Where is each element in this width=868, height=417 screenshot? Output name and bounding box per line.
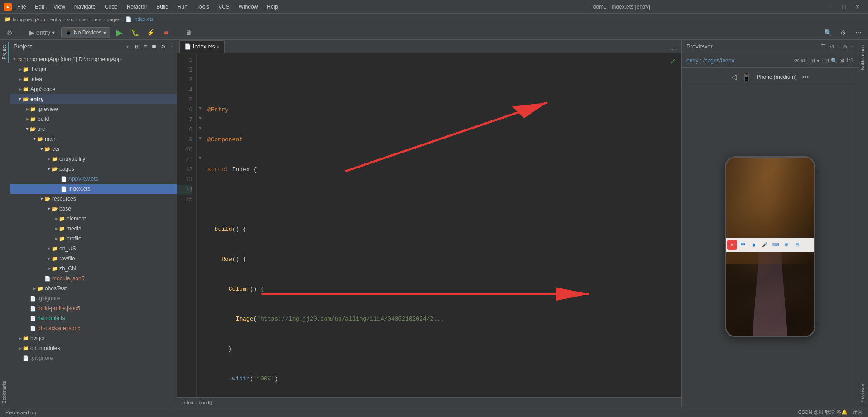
tree-pages[interactable]: ▼ 📂 pages (10, 164, 177, 174)
search-button[interactable]: 🔍 (822, 27, 834, 38)
previewer-fit-icon[interactable]: ⊠ (839, 58, 844, 64)
previewer-layers-icon[interactable]: ⧉ (801, 58, 806, 64)
tree-main[interactable]: ▼ 📂 main (10, 134, 177, 144)
folder-icon: 📁 (23, 345, 29, 351)
project-panel-btn3[interactable]: ≣ (152, 43, 156, 50)
previewer-eye-icon[interactable]: 👁 (794, 58, 800, 64)
previewer-download-btn[interactable]: ↓ (837, 43, 840, 50)
tree-hvigor2[interactable]: ▶ 📁 hvigor (10, 333, 177, 343)
menu-vcs[interactable]: VCS (216, 3, 231, 11)
menu-help[interactable]: Help (265, 3, 280, 11)
tree-enus[interactable]: ▶ 📁 en_US (10, 244, 177, 254)
menu-build[interactable]: Build (154, 3, 170, 11)
previewer-chevron-icon[interactable]: ▾ (817, 58, 820, 64)
maximize-button[interactable]: □ (837, 0, 851, 14)
menu-run[interactable]: Run (176, 3, 189, 11)
entry-folder-icon: 📂 (23, 96, 29, 102)
tree-idea[interactable]: ▶ 📁 .idea (10, 74, 177, 84)
tab-bookmarks[interactable]: Bookmarks (0, 377, 9, 407)
tree-build[interactable]: ▶ 📁 build (10, 114, 177, 124)
tree-ohostest[interactable]: ▶ 📁 ohosTest (10, 283, 177, 293)
tab-close-button[interactable]: × (217, 44, 220, 49)
previewer-expand-icon[interactable]: ⊡ (825, 58, 829, 64)
grid1-icon: ⊞ (782, 240, 791, 250)
tree-media[interactable]: ▶ 📁 media (10, 224, 177, 234)
settings-icon[interactable]: ⚙ (4, 27, 15, 38)
menu-view[interactable]: View (52, 3, 67, 11)
tree-hvigorfile[interactable]: 📄 hvigorfile.ts (10, 313, 177, 323)
run-button[interactable]: ▶ (114, 27, 125, 38)
tree-element[interactable]: ▶ 📁 element (10, 214, 177, 224)
tree-indexets[interactable]: 📄 Index.ets (10, 184, 177, 194)
device-manager-button[interactable]: 🖥 (183, 27, 195, 38)
json-icon: 📄 (30, 306, 36, 312)
menu-window[interactable]: Window (237, 3, 260, 11)
minimize-button[interactable]: − (824, 0, 837, 14)
menu-code[interactable]: Code (103, 3, 120, 11)
profile-button[interactable]: ⚡ (144, 27, 156, 38)
project-panel-btn1[interactable]: ⊞ (135, 43, 139, 50)
no-devices-button[interactable]: 📱 No Devices ▾ (61, 27, 110, 38)
tree-resources[interactable]: ▼ 📂 resources (10, 194, 177, 204)
tree-entryability[interactable]: ▶ 📁 entryability (10, 154, 177, 164)
tree-ohmodules[interactable]: ▶ 📁 oh_modules (10, 343, 177, 353)
stop-button[interactable]: ■ (160, 27, 172, 38)
previewer-font-btn[interactable]: T↑ (821, 43, 827, 50)
menu-navigate[interactable]: Navigate (72, 3, 97, 11)
menu-file[interactable]: File (15, 3, 28, 11)
device-phone-btn[interactable]: 📱 (742, 72, 751, 81)
tree-zhcn[interactable]: ▶ 📁 zh_CN (10, 264, 177, 273)
breadcrumb-main[interactable]: main (79, 17, 90, 22)
tree-rawfile[interactable]: ▶ 📁 rawfile (10, 254, 177, 264)
tree-gitignore-root[interactable]: 📄 .gitignore (10, 353, 177, 363)
tree-entry[interactable]: ▼ 📂 entry (10, 94, 177, 104)
breadcrumb-src[interactable]: src (67, 17, 73, 22)
toolbar-more-button[interactable]: ⋯ (853, 27, 864, 38)
folder-icon: 📁 (52, 246, 58, 252)
previewer-settings-btn[interactable]: ⚙ (843, 43, 848, 50)
tree-preview[interactable]: ▶ 📁 .preview (10, 104, 177, 114)
menu-edit[interactable]: Edit (33, 3, 46, 11)
project-panel-btn2[interactable]: ≡ (144, 43, 147, 50)
entry-dropdown[interactable]: ▶ entry ▾ (27, 27, 58, 38)
tab-previewer[interactable]: Previewer (859, 380, 868, 407)
menu-refactor[interactable]: Refactor (125, 3, 149, 11)
code-area[interactable]: @Entry @Component struct Index { build()… (204, 53, 681, 397)
tree-ohpackage[interactable]: 📄 oh-package.json5 (10, 323, 177, 333)
device-type-more-btn[interactable]: ••• (802, 73, 809, 81)
previewer-ratio-icon[interactable]: 1:1 (846, 58, 854, 64)
tree-root[interactable]: ▼ 🗂 hongmengApp [dom1] D:\hongmengApp (10, 54, 177, 64)
previewer-zoom-icon[interactable]: 🔍 (831, 58, 838, 64)
tree-profile[interactable]: ▶ 📁 profile (10, 234, 177, 244)
breadcrumb-ets[interactable]: ets (95, 17, 101, 22)
tree-appscope[interactable]: ▶ 📁 AppScope (10, 84, 177, 94)
tree-modulejson[interactable]: 📄 module.json5 (10, 273, 177, 283)
breadcrumb-file[interactable]: 📄 Index.ets (125, 16, 153, 22)
project-panel-close[interactable]: − (170, 43, 173, 50)
tree-hvigor[interactable]: ▶ 📁 .hvigor (10, 64, 177, 74)
tree-buildprofile[interactable]: 📄 build-profile.json5 (10, 303, 177, 313)
tree-base[interactable]: ▼ 📂 base (10, 204, 177, 214)
previewer-log-btn[interactable]: PreviewerLog (4, 410, 38, 415)
previewer-mobile-icon[interactable]: ⊞ (810, 58, 815, 64)
device-back-btn[interactable]: ◁ (731, 72, 737, 81)
settings-gear-button[interactable]: ⚙ (837, 27, 849, 38)
breadcrumb-entry[interactable]: entry (50, 17, 61, 22)
editor-tab-indexets[interactable]: 📄 Index.ets × (179, 40, 225, 53)
tree-src[interactable]: ▼ 📂 src (10, 124, 177, 134)
previewer-refresh-btn[interactable]: ↺ (830, 43, 834, 50)
project-panel-settings[interactable]: ⚙ (161, 43, 166, 50)
code-line-10: } (207, 344, 678, 354)
menu-tools[interactable]: Tools (195, 3, 211, 11)
previewer-close-btn[interactable]: − (850, 43, 854, 50)
close-button[interactable]: × (851, 0, 864, 14)
debug-button[interactable]: 🐛 (129, 27, 141, 38)
breadcrumb-pages[interactable]: pages (107, 17, 120, 22)
tabs-more-button[interactable]: ⋯ (666, 46, 680, 53)
tab-notifications[interactable]: Notifications (859, 42, 868, 73)
tree-ets[interactable]: ▼ 📂 ets (10, 144, 177, 154)
breadcrumb-app[interactable]: hongmengApp (13, 17, 45, 22)
tree-gitignore1[interactable]: 📄 .gitignore (10, 293, 177, 303)
tab-project[interactable]: Project (0, 42, 9, 63)
tree-appview[interactable]: 📄 AppView.ets (10, 174, 177, 184)
